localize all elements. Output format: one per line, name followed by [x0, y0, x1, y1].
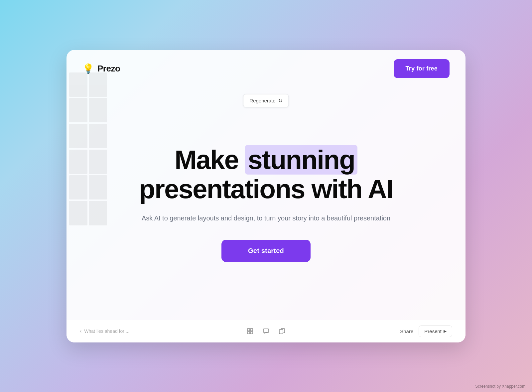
- toolbar-right: Share Present ▶: [400, 326, 452, 337]
- share-button[interactable]: Share: [400, 328, 413, 334]
- header: 💡 Prezo Try for free: [66, 50, 466, 87]
- main-card: 💡 Prezo Try for free Regenerate ↻ Make s…: [66, 50, 466, 342]
- copy-icon: [279, 328, 285, 334]
- main-content: Regenerate ↻ Make stunning presentations…: [66, 87, 466, 320]
- hero-subtitle: Ask AI to generate layouts and design, t…: [142, 213, 390, 223]
- hero-title-stunning: stunning: [245, 145, 357, 175]
- svg-rect-0: [247, 328, 250, 331]
- try-free-button[interactable]: Try for free: [394, 59, 450, 78]
- toolbar-input-placeholder: What lies ahead for ...: [84, 328, 129, 334]
- hero-title-make: Make: [175, 145, 245, 175]
- hero-title-rest: presentations with AI: [139, 174, 393, 204]
- bottom-toolbar: ‹ What lies ahead for ...: [66, 320, 466, 342]
- toolbar-center-icons: [245, 326, 287, 336]
- svg-rect-2: [247, 331, 250, 334]
- layout-icon: [247, 328, 253, 334]
- regenerate-bar[interactable]: Regenerate ↻: [243, 94, 289, 107]
- logo: 💡 Prezo: [82, 63, 120, 74]
- toolbar-icon-comment[interactable]: [261, 326, 271, 336]
- logo-text: Prezo: [97, 64, 120, 74]
- regenerate-icon: ↻: [278, 98, 283, 104]
- present-label: Present: [424, 328, 442, 334]
- play-icon: ▶: [444, 329, 447, 333]
- back-arrow-icon: ‹: [80, 328, 81, 334]
- svg-rect-1: [250, 328, 253, 331]
- regenerate-label: Regenerate: [249, 98, 275, 103]
- logo-icon: 💡: [82, 63, 94, 74]
- toolbar-back[interactable]: ‹ What lies ahead for ...: [80, 328, 130, 334]
- toolbar-icon-copy[interactable]: [277, 326, 287, 336]
- svg-rect-6: [279, 329, 283, 334]
- get-started-button[interactable]: Get started: [221, 240, 311, 262]
- hero-title: Make stunning presentations with AI: [139, 145, 393, 204]
- present-button[interactable]: Present ▶: [419, 326, 452, 337]
- toolbar-icon-layout[interactable]: [245, 326, 255, 336]
- comment-icon: [263, 328, 269, 334]
- watermark: Screenshot by Xnapper.com: [475, 384, 525, 389]
- svg-rect-4: [263, 329, 269, 332]
- svg-rect-3: [250, 331, 253, 334]
